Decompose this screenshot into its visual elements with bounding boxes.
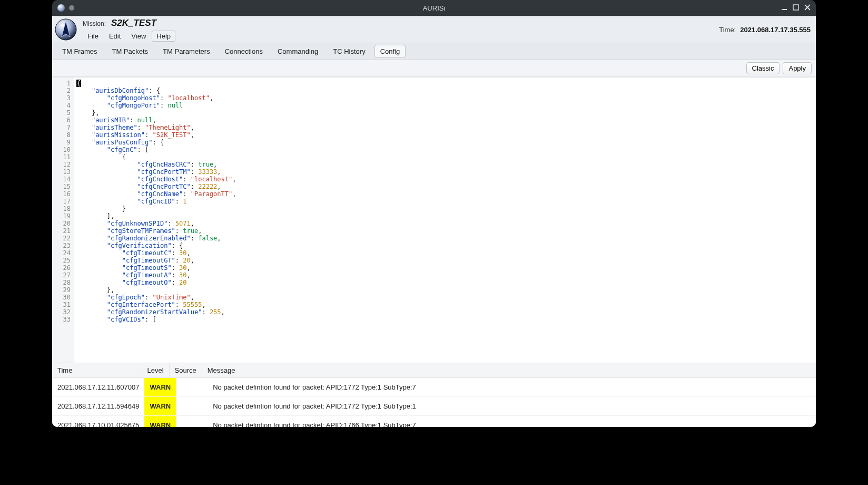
- log-row[interactable]: 2021.068.17.12.11.594649WARNNo packet de…: [52, 397, 816, 416]
- classic-button[interactable]: Classic: [746, 62, 780, 74]
- time-label: Time:: [719, 26, 736, 34]
- log-cell-time: 2021.068.17.12.11.594649: [52, 397, 144, 416]
- log-cell-level: WARN: [144, 397, 176, 416]
- log-cell-source: [176, 397, 208, 416]
- tab-connections[interactable]: Connections: [219, 45, 269, 58]
- apply-button[interactable]: Apply: [783, 62, 812, 74]
- log-header-message[interactable]: Message: [202, 363, 815, 378]
- close-icon[interactable]: [804, 4, 811, 12]
- main-tabbar: TM FramesTM PacketsTM ParametersConnecti…: [52, 43, 816, 60]
- app-header: Mission: S2K_TEST File Edit View Help Ti…: [52, 16, 816, 43]
- config-toolbar: Classic Apply: [52, 60, 816, 77]
- menu-file[interactable]: File: [83, 31, 103, 42]
- tab-tm-parameters[interactable]: TM Parameters: [157, 45, 216, 58]
- tab-config[interactable]: Config: [374, 45, 406, 58]
- svg-rect-1: [793, 5, 798, 10]
- window-title: AURISi: [52, 4, 816, 12]
- mission-label: Mission:: [83, 20, 106, 27]
- log-header-level[interactable]: Level: [142, 363, 169, 378]
- tab-commanding[interactable]: Commanding: [272, 45, 324, 58]
- log-cell-message: No packet defintion found for packet: AP…: [208, 397, 816, 416]
- window-titlebar: AURISi: [52, 0, 816, 16]
- editor-code[interactable]: { "aurisDbConfig": { "cfgMongoHost": "lo…: [74, 77, 816, 363]
- log-cell-message: No packet defintion found for packet: AP…: [208, 378, 816, 397]
- log-header-time[interactable]: Time: [52, 363, 142, 378]
- menu-help[interactable]: Help: [152, 31, 175, 42]
- maximize-icon[interactable]: [793, 4, 799, 12]
- mission-value: S2K_TEST: [111, 18, 156, 28]
- time-value: 2021.068.17.17.35.555: [740, 26, 811, 34]
- menu-view[interactable]: View: [126, 31, 151, 42]
- log-panel: Time Level Source Message 2021.068.17.12…: [52, 363, 816, 427]
- editor-gutter: 1234567891011121314151617181920212223242…: [52, 77, 74, 363]
- log-row[interactable]: 2021.068.17.12.11.607007WARNNo packet de…: [52, 378, 816, 397]
- log-cell-source: [176, 378, 208, 397]
- log-cell-source: [176, 416, 208, 428]
- tab-tm-packets[interactable]: TM Packets: [106, 45, 154, 58]
- log-cell-time: 2021.068.17.12.11.607007: [52, 378, 144, 397]
- wm-dot-icon: [69, 5, 74, 11]
- log-cell-message: No packet defintion found for packet: AP…: [208, 416, 816, 428]
- log-cell-level: WARN: [144, 378, 176, 397]
- config-editor[interactable]: 1234567891011121314151617181920212223242…: [52, 77, 816, 363]
- log-row[interactable]: 2021.068.17.10.01.025675WARNNo packet de…: [52, 416, 816, 428]
- tab-tm-frames[interactable]: TM Frames: [56, 45, 103, 58]
- menu-edit[interactable]: Edit: [104, 31, 125, 42]
- menubar: File Edit View Help: [83, 31, 175, 42]
- app-logo-icon: [54, 18, 77, 41]
- log-header-source[interactable]: Source: [169, 363, 202, 378]
- app-icon: [57, 4, 65, 12]
- log-header-row: Time Level Source Message: [52, 363, 816, 378]
- log-cell-level: WARN: [144, 416, 176, 428]
- time-display: Time: 2021.068.17.17.35.555: [719, 26, 811, 34]
- tab-tc-history[interactable]: TC History: [327, 45, 371, 58]
- minimize-icon[interactable]: [781, 4, 787, 12]
- log-cell-time: 2021.068.17.10.01.025675: [52, 416, 144, 428]
